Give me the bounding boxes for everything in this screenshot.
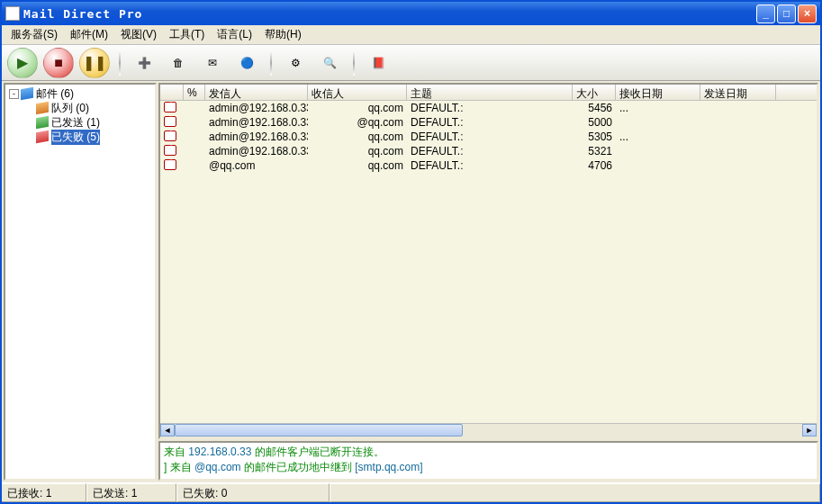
mail-icon [164, 102, 176, 112]
book-button[interactable]: 📕 [364, 49, 393, 77]
search-button[interactable]: 🔍 [315, 49, 344, 77]
status-bar: 已接收: 1 已发送: 1 已失败: 0 [2, 482, 820, 502]
close-button[interactable]: × [798, 4, 817, 23]
app-icon [5, 6, 20, 21]
cell-recvdate: ... [616, 130, 700, 143]
col-sender[interactable]: 发信人 [205, 85, 308, 100]
cell-recipient: qq.com [308, 145, 407, 158]
cell-size: 5321 [573, 145, 616, 158]
table-row[interactable]: admin@192.168.0.33qq.comDEFAULT.:5321 [160, 144, 817, 158]
cell-sender: admin@192.168.0.33 [205, 102, 308, 114]
mail-icon [164, 145, 176, 156]
cube-icon [36, 116, 49, 129]
cell-size: 5305 [573, 130, 616, 143]
col-recvdate[interactable]: 接收日期 [616, 85, 700, 100]
menu-mail[interactable]: 邮件(M) [65, 25, 113, 44]
minimize-button[interactable]: _ [756, 4, 775, 23]
scroll-right-icon[interactable]: ► [802, 424, 817, 436]
window-title: Mail Direct Pro [23, 7, 756, 21]
menu-help[interactable]: 帮助(H) [259, 25, 307, 44]
col-size[interactable]: 大小 [573, 85, 616, 100]
status-spacer [330, 483, 820, 502]
col-icon[interactable] [160, 85, 184, 100]
play-button[interactable]: ▶ [7, 48, 38, 78]
list-body[interactable]: admin@192.168.0.33qq.comDEFAULT.:5456...… [160, 101, 817, 423]
cell-recvdate: ... [616, 102, 700, 114]
tree-item-queue[interactable]: 队列 (0) [5, 101, 155, 115]
mail-icon [164, 159, 176, 170]
main-body: - 邮件 (6) 队列 (0) 已发送 (1) 已失败 (5) [2, 81, 820, 482]
tree-item-sent[interactable]: 已发送 (1) [5, 115, 155, 130]
table-row[interactable]: admin@192.168.0.33qq.comDEFAULT.:5305... [160, 130, 817, 144]
menu-bar: 服务器(S) 邮件(M) 视图(V) 工具(T) 语言(L) 帮助(H) [2, 25, 820, 45]
cell-recipient: @qq.com [308, 116, 407, 129]
delete-button[interactable]: 🗑 [164, 49, 193, 77]
cube-icon [36, 130, 49, 143]
expand-toggle[interactable]: - [9, 89, 19, 99]
toolbar: ▶ ■ ❚❚ ➕ 🗑 ✉ 🔵 ⚙ 🔍 📕 [2, 45, 820, 81]
cube-icon [21, 87, 33, 100]
menu-language[interactable]: 语言(L) [212, 25, 257, 44]
cell-subject: DEFAULT.: [407, 102, 573, 114]
mail-list: % 发信人 收信人 主题 大小 接收日期 发送日期 admin@192.168.… [158, 83, 818, 439]
window-buttons: _ □ × [756, 4, 817, 23]
cell-sender: admin@192.168.0.33 [205, 130, 308, 143]
tree-label: 已失败 (5) [51, 130, 100, 145]
cube-icon [36, 102, 49, 114]
mail-icon [164, 130, 176, 141]
cell-sender: @qq.com [205, 159, 308, 172]
cell-sender: admin@192.168.0.33 [205, 145, 308, 158]
table-row[interactable]: admin@192.168.0.33qq.comDEFAULT.:5456... [160, 101, 817, 115]
table-row[interactable]: admin@192.168.0.33@qq.comDEFAULT.:5000 [160, 115, 817, 130]
col-subject[interactable]: 主题 [407, 85, 573, 100]
tree-item-mail[interactable]: - 邮件 (6) [5, 86, 155, 101]
main-column: % 发信人 收信人 主题 大小 接收日期 发送日期 admin@192.168.… [158, 83, 818, 481]
cell-recipient: qq.com [308, 102, 407, 114]
cell-size: 5000 [573, 116, 616, 129]
cell-sender: admin@192.168.0.33 [205, 116, 308, 129]
toolbar-separator [353, 50, 355, 76]
menu-tools[interactable]: 工具(T) [164, 25, 210, 44]
mail-icon [164, 116, 176, 127]
cell-size: 4706 [573, 159, 616, 172]
table-row[interactable]: @qq.comqq.comDEFAULT.:4706 [160, 158, 817, 173]
col-recipient[interactable]: 收信人 [308, 85, 407, 100]
app-window: Mail Direct Pro _ □ × 服务器(S) 邮件(M) 视图(V)… [0, 0, 822, 504]
cell-subject: DEFAULT.: [407, 130, 573, 143]
status-received: 已接收: 1 [2, 483, 86, 502]
tree-label: 已发送 (1) [51, 115, 100, 130]
col-percent[interactable]: % [184, 85, 205, 100]
add-button[interactable]: ➕ [130, 49, 158, 77]
message-button[interactable]: ✉ [198, 49, 227, 77]
cell-subject: DEFAULT.: [407, 159, 573, 172]
tree-item-failed[interactable]: 已失败 (5) [5, 130, 155, 144]
scroll-left-icon[interactable]: ◄ [160, 424, 175, 436]
tree-label: 邮件 (6) [36, 86, 74, 102]
status-sent: 已发送: 1 [86, 483, 176, 502]
cell-subject: DEFAULT.: [407, 145, 573, 158]
cell-recipient: qq.com [308, 130, 407, 143]
status-failed: 已失败: 0 [176, 483, 330, 502]
folder-tree[interactable]: - 邮件 (6) 队列 (0) 已发送 (1) 已失败 (5) [4, 83, 157, 481]
log-line: ] 来自 @qq.com 的邮件已成功地中继到 [smtp.qq.com] [164, 460, 813, 475]
log-line: 来自 192.168.0.33 的邮件客户端已断开连接。 [164, 445, 813, 460]
pause-button[interactable]: ❚❚ [79, 48, 110, 78]
menu-view[interactable]: 视图(V) [115, 25, 162, 44]
horizontal-scrollbar[interactable]: ◄ ► [160, 423, 817, 437]
settings-button[interactable]: ⚙ [281, 49, 310, 77]
cell-size: 5456 [573, 102, 616, 114]
cell-subject: DEFAULT.: [407, 116, 573, 129]
cell-recipient: qq.com [308, 159, 407, 172]
scroll-thumb[interactable] [175, 424, 463, 436]
maximize-button[interactable]: □ [777, 4, 796, 23]
stop-button[interactable]: ■ [43, 48, 74, 78]
title-bar[interactable]: Mail Direct Pro _ □ × [2, 2, 820, 25]
list-header: % 发信人 收信人 主题 大小 接收日期 发送日期 [160, 85, 817, 101]
globe-button[interactable]: 🔵 [232, 49, 261, 77]
tree-label: 队列 (0) [51, 101, 89, 116]
toolbar-separator [270, 50, 272, 76]
col-senddate[interactable]: 发送日期 [700, 85, 776, 100]
toolbar-separator [119, 50, 121, 76]
log-panel[interactable]: 来自 192.168.0.33 的邮件客户端已断开连接。 ] 来自 @qq.co… [158, 441, 818, 481]
menu-server[interactable]: 服务器(S) [5, 25, 63, 44]
